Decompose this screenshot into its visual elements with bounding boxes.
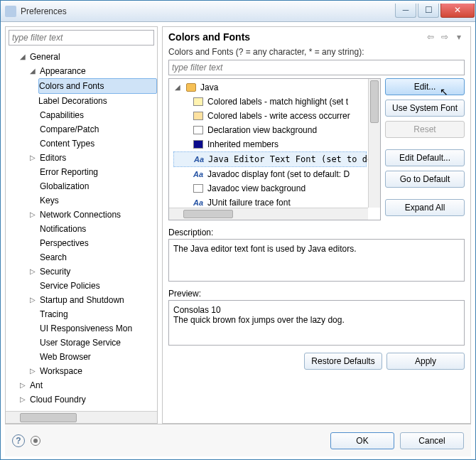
page-subtitle: Colors and Fonts (? = any character, * =…	[168, 47, 465, 57]
settings-panel: Colors and Fonts ⇦ ⇨ ▾ Colors and Fonts …	[162, 26, 471, 424]
tree-node-user-storage[interactable]: User Storage Service	[9, 336, 157, 350]
tree-node-appearance[interactable]: ◢Appearance	[9, 64, 157, 78]
dialog-footer: ? OK Cancel	[5, 424, 471, 456]
folder-icon	[186, 83, 196, 92]
color-swatch-icon	[193, 126, 203, 134]
item-colored-match[interactable]: Colored labels - match highlight (set t	[173, 95, 367, 109]
item-inherited[interactable]: Inherited members	[173, 137, 367, 151]
close-button[interactable]: ✕	[440, 4, 475, 18]
cancel-button[interactable]: Cancel	[400, 432, 464, 449]
ok-button[interactable]: OK	[330, 432, 394, 449]
expand-all-button[interactable]: Expand All	[385, 199, 465, 216]
tree-node-error-reporting[interactable]: Error Reporting	[9, 165, 157, 179]
tree-node-service-policies[interactable]: Service Policies	[9, 279, 157, 293]
font-icon: Aa	[193, 196, 203, 208]
tree-node-tracing[interactable]: Tracing	[9, 307, 157, 321]
items-v-scrollbar[interactable]	[368, 79, 380, 208]
minimize-button[interactable]: ─	[395, 4, 416, 18]
items-h-scrollbar[interactable]	[169, 208, 368, 220]
tree-category-java[interactable]: ◢Java	[173, 80, 367, 95]
tree-node-compare[interactable]: Compare/Patch	[9, 122, 157, 137]
item-javadoc-font[interactable]: AaJavadoc display font (set to default: …	[173, 167, 367, 181]
edit-button[interactable]: Edit...↖	[385, 78, 465, 95]
font-icon: Aa	[193, 167, 203, 181]
page-title: Colors and Fonts	[168, 31, 425, 43]
tree-node-keys[interactable]: Keys	[9, 193, 157, 208]
tree-node-general[interactable]: ◢General	[9, 50, 157, 64]
preview-label: Preview:	[168, 289, 465, 299]
category-tree[interactable]: ◢General ◢Appearance Colors and Fonts La…	[6, 48, 157, 411]
app-icon	[5, 6, 16, 17]
item-colored-write[interactable]: Colored labels - write access occurrer	[173, 109, 367, 123]
color-swatch-icon	[193, 97, 203, 106]
color-swatch-icon	[193, 184, 203, 193]
tree-node-capabilities[interactable]: Capabilities	[9, 108, 157, 122]
item-junit-font[interactable]: AaJUnit failure trace font	[173, 196, 367, 208]
category-panel: ◢General ◢Appearance Colors and Fonts La…	[5, 26, 158, 424]
tree-node-ant[interactable]: ▷Ant	[9, 378, 157, 392]
tree-node-workspace[interactable]: ▷Workspace	[9, 364, 157, 378]
description-box: The Java editor text font is used by Jav…	[168, 239, 465, 282]
tree-node-content-types[interactable]: Content Types	[9, 137, 157, 151]
go-to-default-button[interactable]: Go to Default	[385, 171, 465, 188]
color-swatch-icon	[193, 112, 203, 120]
color-swatch-icon	[193, 140, 203, 149]
tree-node-network[interactable]: ▷Network Connections	[9, 208, 157, 222]
help-icon[interactable]: ?	[12, 434, 25, 447]
tree-node-colors-fonts[interactable]: Colors and Fonts	[38, 78, 157, 94]
tree-node-perspectives[interactable]: Perspectives	[9, 236, 157, 250]
tree-node-startup[interactable]: ▷Startup and Shutdown	[9, 293, 157, 307]
back-icon[interactable]: ⇦	[425, 31, 436, 43]
tree-node-web-browser[interactable]: Web Browser	[9, 350, 157, 364]
items-filter-input[interactable]	[168, 60, 465, 75]
tree-node-label-decorations[interactable]: Label Decorations	[9, 94, 157, 108]
tree-node-globalization[interactable]: Globalization	[9, 179, 157, 193]
apply-button[interactable]: Apply	[386, 353, 465, 370]
tree-node-security[interactable]: ▷Security	[9, 264, 157, 279]
preview-box: Consolas 10 The quick brown fox jumps ov…	[168, 300, 465, 346]
use-system-font-button[interactable]: Use System Font	[385, 100, 465, 117]
item-javadoc-bg[interactable]: Javadoc view background	[173, 181, 367, 196]
maximize-button[interactable]: ☐	[418, 4, 439, 18]
titlebar[interactable]: Preferences ─ ☐ ✕	[1, 1, 475, 22]
tree-node-cloud-foundry[interactable]: ▷Cloud Foundry	[9, 392, 157, 407]
tree-node-ui-responsiveness[interactable]: UI Responsiveness Mon	[9, 321, 157, 336]
progress-icon[interactable]	[31, 436, 40, 446]
tree-node-editors[interactable]: ▷Editors	[9, 151, 157, 165]
tree-node-search[interactable]: Search	[9, 250, 157, 264]
menu-dropdown-icon[interactable]: ▾	[453, 31, 465, 43]
font-icon: Aa	[194, 152, 204, 166]
edit-default-button[interactable]: Edit Default...	[385, 149, 465, 166]
tree-h-scrollbar[interactable]	[6, 411, 157, 423]
reset-button: Reset	[385, 121, 465, 138]
item-java-editor-font[interactable]: AaJava Editor Text Font (set to de	[173, 151, 367, 167]
restore-defaults-button[interactable]: Restore Defaults	[304, 353, 382, 370]
window-title: Preferences	[21, 6, 394, 16]
cursor-icon: ↖	[440, 86, 448, 97]
forward-icon[interactable]: ⇨	[439, 31, 450, 43]
preferences-window: Preferences ─ ☐ ✕ ◢General ◢Appearance C…	[0, 0, 476, 460]
tree-node-notifications[interactable]: Notifications	[9, 222, 157, 236]
description-label: Description:	[168, 228, 465, 237]
font-color-tree[interactable]: ◢Java Colored labels - match highlight (…	[168, 78, 381, 220]
tree-filter-input[interactable]	[9, 30, 154, 46]
item-declaration-bg[interactable]: Declaration view background	[173, 123, 367, 137]
